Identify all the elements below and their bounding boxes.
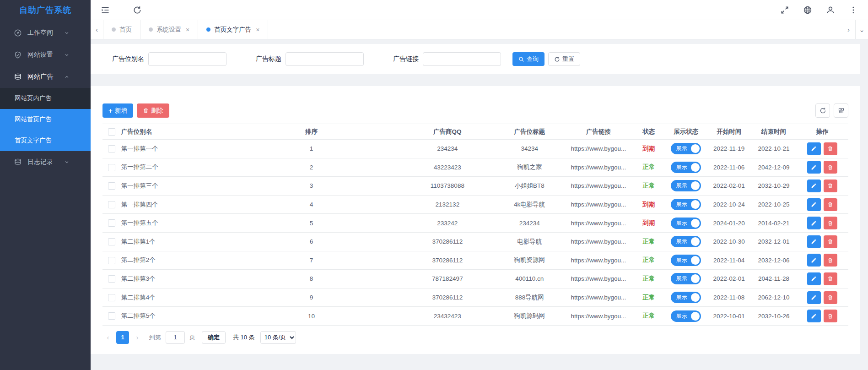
query-button[interactable]: 查询 [512,52,545,66]
cell-title: 小姐姐BT8 [494,182,565,190]
ad-slot-alias-input[interactable] [148,52,226,66]
row-delete-button[interactable] [824,272,837,285]
chevron-down-icon [64,52,70,58]
show-toggle[interactable]: 展示 [671,292,701,303]
tab-1[interactable]: 首页 [103,20,140,39]
row-delete-button[interactable] [824,291,837,304]
show-toggle[interactable]: 展示 [671,310,701,322]
page-size-select[interactable]: 10 条/页 [260,331,296,344]
ad-link-input[interactable] [423,52,501,66]
row-checkbox[interactable] [108,145,115,152]
tab-2[interactable]: 系统设置× [140,20,198,39]
edit-button[interactable] [807,291,821,304]
sidebar-item-logs[interactable]: 日志记录 [0,151,91,173]
row-delete-button[interactable] [824,180,837,192]
row-checkbox[interactable] [108,201,115,208]
tab-3[interactable]: 首页文字广告× [198,20,268,39]
row-checkbox[interactable] [108,294,115,301]
edit-button[interactable] [807,161,821,174]
cell-link[interactable]: https://www.bygou... [565,238,632,245]
cell-link[interactable]: https://www.bygou... [565,201,632,208]
show-toggle[interactable]: 展示 [671,273,701,284]
show-toggle[interactable]: 展示 [671,236,701,247]
select-all-checkbox[interactable] [108,128,115,136]
add-button[interactable]: + 新增 [102,103,133,118]
show-toggle[interactable]: 展示 [671,162,701,173]
row-delete-button[interactable] [824,198,837,211]
cell-link[interactable]: https://www.bygou... [565,164,632,171]
edit-button[interactable] [807,272,821,285]
edit-button[interactable] [807,217,821,229]
row-delete-button[interactable] [824,142,837,155]
toggle-knob [691,163,700,172]
globe-icon[interactable] [803,5,812,15]
edit-button[interactable] [807,142,821,155]
tabs-dropdown-icon[interactable]: ⌄ [855,20,868,39]
row-checkbox[interactable] [108,312,115,320]
row-checkbox[interactable] [108,164,115,171]
cell-end-date: 2032-12-06 [751,257,796,264]
goto-confirm-button[interactable]: 确定 [202,331,226,344]
refresh-icon[interactable] [133,5,142,15]
fullscreen-icon[interactable] [780,5,789,15]
cell-link[interactable]: https://www.bygou... [565,257,632,264]
sidebar-item-home-text-ads[interactable]: 首页文字广告 [0,130,91,151]
row-delete-button[interactable] [824,254,837,267]
cell-title: 狗凯资源网 [494,256,565,264]
show-toggle[interactable]: 展示 [671,199,701,210]
edit-button[interactable] [807,235,821,248]
goto-page-input[interactable] [166,331,185,344]
search-fields: 广告位别名广告标题广告链接 [112,52,501,66]
edit-button[interactable] [807,180,821,192]
show-toggle[interactable]: 展示 [671,143,701,154]
cell-link[interactable]: https://www.bygou... [565,313,632,320]
sidebar-item-home-ads[interactable]: 网站首页广告 [0,109,91,130]
row-checkbox[interactable] [108,238,115,245]
collapse-sidebar-icon[interactable] [101,5,110,15]
header-cell: 广告位标题 [494,128,565,136]
page-number-button[interactable]: 1 [116,331,129,344]
show-toggle[interactable]: 展示 [671,180,701,191]
show-toggle[interactable]: 展示 [671,218,701,229]
next-page-icon[interactable]: › [132,331,143,344]
cell-link[interactable]: https://www.bygou... [565,145,632,152]
cell-link[interactable]: https://www.bygou... [565,182,632,189]
row-checkbox[interactable] [108,182,115,190]
row-delete-button[interactable] [824,217,837,229]
edit-button[interactable] [807,310,821,322]
cell-end-date: 2032-10-26 [751,313,796,320]
reset-button[interactable]: 重置 [548,52,580,66]
table-refresh-icon[interactable] [815,103,830,118]
edit-button[interactable] [807,198,821,211]
toggle-label: 展示 [676,201,687,208]
cell-title: 狗凯源码网 [494,312,565,320]
edit-button[interactable] [807,254,821,267]
sidebar-item-page-ads[interactable]: 网站页内广告 [0,88,91,109]
tab-close-icon[interactable]: × [186,26,189,33]
row-checkbox[interactable] [108,275,115,283]
show-toggle[interactable]: 展示 [671,255,701,266]
kebab-menu-icon[interactable] [849,5,858,15]
status-badge: 正常 [642,182,655,189]
tab-close-icon[interactable]: × [256,26,259,33]
row-delete-button[interactable] [824,235,837,248]
row-delete-button[interactable] [824,310,837,322]
sidebar-item-site-settings[interactable]: 网站设置 [0,44,91,66]
user-icon[interactable] [826,5,835,15]
row-checkbox[interactable] [108,257,115,264]
sidebar-item-site-ads[interactable]: 网站广告 [0,66,91,88]
sidebar-item-workspace[interactable]: 工作空间 [0,22,91,44]
cell-link[interactable]: https://www.bygou... [565,294,632,301]
prev-page-icon[interactable]: ‹ [102,331,113,344]
delete-button[interactable]: 删除 [137,103,169,118]
cell-link[interactable]: https://www.bygou... [565,220,632,227]
cell-link[interactable]: https://www.bygou... [565,275,632,282]
ad-title-input[interactable] [286,52,364,66]
topbar-right [780,5,858,15]
tabs-scroll-right-icon[interactable]: › [842,20,855,39]
row-delete-button[interactable] [824,161,837,174]
row-checkbox[interactable] [108,219,115,227]
tabs-scroll-left-icon[interactable]: ‹ [91,20,103,39]
column-settings-icon[interactable] [834,103,848,118]
tabs: 首页系统设置×首页文字广告× [103,20,268,39]
